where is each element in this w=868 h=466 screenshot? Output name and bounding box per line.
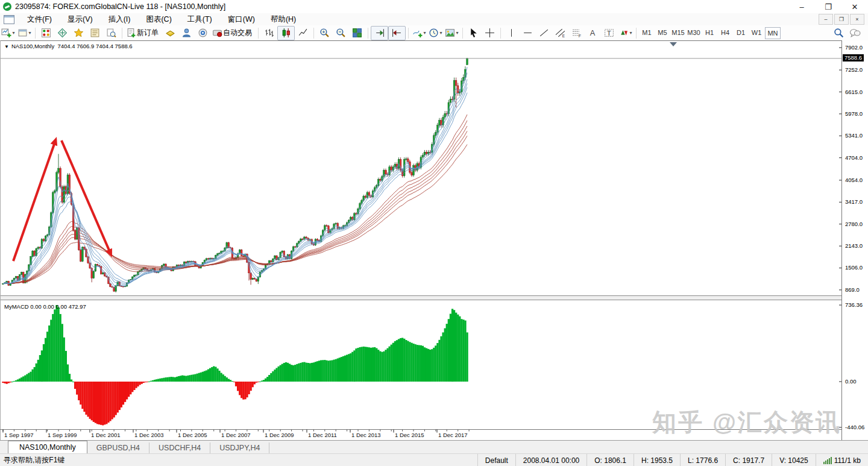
profiles-button[interactable]: ▾ <box>16 27 33 40</box>
navigator-button[interactable] <box>71 27 87 40</box>
status-profile: Default <box>477 454 515 466</box>
connection-status[interactable]: 111/1 kb <box>816 454 868 466</box>
icon-glyph <box>352 28 362 38</box>
auto-scroll-button[interactable] <box>371 26 388 40</box>
chart-tab-2[interactable]: USDCHF,H4 <box>149 442 210 454</box>
timeframe-w1[interactable]: W1 <box>749 27 764 38</box>
new-order-label: 新订单 <box>137 28 159 38</box>
new-chart-button[interactable]: ▾ <box>0 27 16 40</box>
icon-glyph <box>126 28 136 38</box>
timeframe-m5[interactable]: M5 <box>655 27 670 38</box>
icon-glyph <box>90 28 100 38</box>
crosshair-button[interactable] <box>482 27 498 40</box>
chart-tab-1[interactable]: GBPUSD,H4 <box>87 442 149 454</box>
x-axis-label: 1 Dec 2001 <box>91 432 121 438</box>
terminal-button[interactable] <box>87 27 103 40</box>
pane-splitter[interactable] <box>0 296 842 300</box>
x-axis-label: 1 Dec 2017 <box>438 432 468 438</box>
chart-area[interactable]: 1 Sep 19971 Sep 19991 Dec 20011 Dec 2003… <box>0 40 868 440</box>
chart-tab-0[interactable]: NAS100,Monthly <box>8 441 87 454</box>
macd-histogram <box>2 305 468 426</box>
horizontal-line-button[interactable] <box>520 27 536 40</box>
menu-item-0[interactable]: 文件(F) <box>19 13 60 26</box>
price-tick: 1506.0 <box>845 264 863 271</box>
timeframe-m1[interactable]: M1 <box>640 27 654 38</box>
icon-glyph <box>165 28 175 38</box>
macd-tick: 0.00 <box>845 378 857 385</box>
menu-item-3[interactable]: 图表(C) <box>138 13 179 26</box>
macd-tick: 736.36 <box>845 301 863 308</box>
trendline-button[interactable] <box>536 27 552 40</box>
timeframe-m15[interactable]: M15 <box>671 27 685 38</box>
timeframe-mn[interactable]: MN <box>765 27 781 39</box>
menu-item-5[interactable]: 窗口(W) <box>220 13 263 26</box>
restore-button[interactable]: ❐ <box>815 0 841 13</box>
timeframe-h1[interactable]: H1 <box>702 27 717 38</box>
text-label-button[interactable]: T <box>601 27 617 40</box>
close-button[interactable]: ✕ <box>841 0 868 13</box>
price-axis[interactable]: 7902.07252.06615.05978.05341.04704.04054… <box>842 40 868 440</box>
status-help-text: 寻求帮助,请按F1键 <box>0 455 64 465</box>
text-button[interactable]: A <box>585 27 601 40</box>
icon-glyph <box>17 28 28 38</box>
menu-item-4[interactable]: 工具(T) <box>180 13 220 26</box>
chart-tab-3[interactable]: USDJPY,H4 <box>210 442 269 454</box>
timeframe-d1[interactable]: D1 <box>734 27 748 38</box>
signals-button[interactable] <box>195 27 211 40</box>
templates-button[interactable]: ▾ <box>444 27 460 40</box>
candlestick-chart-button[interactable] <box>277 26 295 40</box>
chart-window-icon[interactable] <box>4 15 14 24</box>
chat-icon[interactable] <box>847 27 863 40</box>
window-title: 23095874: FOREX.comGlobalCN-Live 118 - [… <box>15 2 225 11</box>
current-price-badge: 7588.6 <box>843 54 864 61</box>
chart-canvas[interactable]: 1 Sep 19971 Sep 19991 Dec 20011 Dec 2003… <box>0 40 842 440</box>
indicators-button[interactable]: ▾ <box>411 27 427 40</box>
autotrading-button[interactable]: 自动交易 <box>211 27 256 40</box>
chevron-down-icon[interactable]: ▼ <box>4 44 9 49</box>
metaeditor-button[interactable] <box>162 27 178 40</box>
timeframe-m30[interactable]: M30 <box>687 27 701 38</box>
price-tick: 3417.0 <box>845 198 863 205</box>
menu-bar: 文件(F)显示(V)插入(I)图表(C)工具(T)窗口(W)帮助(H) – ❐ … <box>0 13 868 26</box>
tile-windows-button[interactable] <box>349 27 365 40</box>
menu-item-6[interactable]: 帮助(H) <box>263 13 304 26</box>
arrow-objects-button[interactable]: ▾ <box>617 27 634 40</box>
icon-glyph <box>198 28 208 38</box>
minimize-button[interactable]: – <box>788 0 815 13</box>
equidistant-channel-button[interactable]: E <box>552 27 568 40</box>
icon-glyph <box>849 28 861 38</box>
menu-item-1[interactable]: 显示(V) <box>60 13 101 26</box>
bar-chart-button[interactable] <box>261 27 277 40</box>
chart-shift-marker[interactable] <box>670 42 677 46</box>
new-order-button[interactable]: 新订单 <box>125 27 162 40</box>
chart-tabs: NAS100,MonthlyGBPUSD,H4USDCHF,H4USDJPY,H… <box>0 441 269 454</box>
market-watch-button[interactable] <box>38 27 54 40</box>
icon-glyph <box>319 28 330 38</box>
search-icon[interactable] <box>831 27 847 40</box>
price-tick: 869.0 <box>845 286 860 293</box>
periods-button[interactable]: ▾ <box>427 27 444 40</box>
strategy-tester-button[interactable] <box>103 27 119 40</box>
status-low: L: 1776.6 <box>680 454 725 466</box>
fibonacci-button[interactable]: F <box>568 27 585 40</box>
svg-text:T: T <box>607 29 611 37</box>
data-window-button[interactable] <box>54 27 71 40</box>
zoom-in-button[interactable] <box>316 27 333 40</box>
experts-button[interactable] <box>178 27 195 40</box>
cursor-button[interactable] <box>465 27 482 40</box>
menu-item-2[interactable]: 插入(I) <box>101 13 139 26</box>
icon-glyph <box>523 28 533 38</box>
x-axis-label: 1 Dec 2005 <box>178 432 207 438</box>
chart-shift-button[interactable] <box>388 26 406 40</box>
status-volume: V: 10425 <box>772 454 816 466</box>
mdi-restore-button[interactable]: ❐ <box>834 14 849 25</box>
zoom-out-button[interactable] <box>333 27 349 40</box>
svg-text:A: A <box>590 28 596 37</box>
vertical-line-button[interactable] <box>503 27 520 40</box>
line-chart-button[interactable] <box>295 27 311 40</box>
mdi-minimize-button[interactable]: – <box>819 14 833 25</box>
mdi-close-button[interactable]: × <box>850 14 864 25</box>
macd-tick: -440.06 <box>845 424 864 430</box>
svg-text:E: E <box>562 34 565 38</box>
timeframe-h4[interactable]: H4 <box>718 27 732 38</box>
